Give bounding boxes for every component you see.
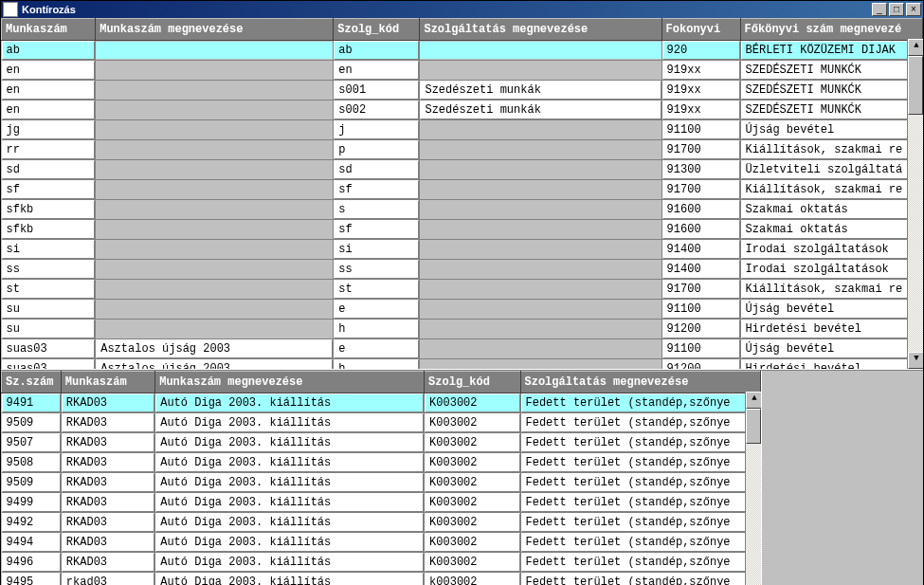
- cell[interactable]: suas03: [2, 339, 96, 358]
- cell[interactable]: [420, 141, 661, 158]
- cell[interactable]: BÉRLETI KÖZÜZEMI DIJAK: [741, 41, 922, 60]
- cell[interactable]: Kiállítások, szakmai re: [741, 180, 922, 199]
- cell[interactable]: 91100: [662, 120, 740, 139]
- cell[interactable]: sf: [2, 180, 96, 199]
- cell[interactable]: [96, 221, 333, 238]
- cell[interactable]: 919xx: [662, 81, 740, 100]
- cell[interactable]: K003002: [425, 553, 519, 572]
- cell[interactable]: 91700: [662, 140, 740, 159]
- cell[interactable]: 9509: [2, 413, 61, 432]
- close-button[interactable]: ×: [906, 3, 921, 16]
- cell[interactable]: K003002: [425, 533, 519, 552]
- top-header-0[interactable]: Munkaszám: [2, 19, 96, 41]
- cell[interactable]: [96, 82, 333, 99]
- cell[interactable]: K003002: [425, 433, 519, 452]
- cell[interactable]: ss: [334, 260, 419, 279]
- bottom-header-3[interactable]: Szolg_kód: [425, 372, 520, 393]
- cell[interactable]: sd: [2, 160, 96, 179]
- table-row[interactable]: sfkbs91600Szakmai oktatás: [2, 200, 923, 220]
- top-header-4[interactable]: Fokonyvi: [661, 19, 740, 41]
- scroll-track[interactable]: [908, 115, 923, 352]
- cell[interactable]: 91600: [662, 200, 740, 219]
- cell[interactable]: 9507: [2, 433, 61, 452]
- cell[interactable]: Szakmai oktatás: [741, 220, 922, 239]
- cell[interactable]: [96, 42, 333, 59]
- cell[interactable]: s: [334, 200, 419, 219]
- cell[interactable]: Irodai szolgáltatások: [741, 260, 922, 279]
- cell[interactable]: 9499: [2, 493, 61, 512]
- cell[interactable]: [420, 201, 661, 218]
- cell[interactable]: [420, 42, 661, 59]
- cell[interactable]: [96, 301, 333, 318]
- cell[interactable]: Fedett terület (standép,szőnye: [521, 553, 761, 572]
- table-row[interactable]: suas03Asztalos újság 2003e91100Újság bev…: [2, 339, 923, 359]
- cell[interactable]: [96, 161, 333, 178]
- table-row[interactable]: stst91700Kiállítások, szakmai re: [2, 280, 923, 300]
- cell[interactable]: [96, 121, 333, 138]
- cell[interactable]: en: [2, 81, 96, 100]
- cell[interactable]: [96, 201, 333, 218]
- cell[interactable]: Üzletviteli szolgáltatá: [741, 160, 922, 179]
- cell[interactable]: RKAD03: [62, 553, 154, 572]
- bottom-grid[interactable]: Sz.számMunkaszámMunkaszám megnevezéseSzo…: [1, 371, 761, 585]
- cell[interactable]: [420, 320, 661, 338]
- table-row[interactable]: 9495rkad03Autó Diga 2003. kiállításk0030…: [2, 573, 761, 586]
- cell[interactable]: Autó Diga 2003. kiállítás: [155, 533, 424, 552]
- cell[interactable]: sfkb: [2, 200, 96, 219]
- cell[interactable]: h: [334, 359, 419, 369]
- cell[interactable]: [420, 241, 661, 258]
- cell[interactable]: K003002: [425, 453, 519, 472]
- cell[interactable]: Autó Diga 2003. kiállítás: [155, 433, 424, 452]
- cell[interactable]: Asztalos újság 2003: [96, 359, 333, 369]
- cell[interactable]: 9508: [2, 453, 61, 472]
- cell[interactable]: 91700: [662, 180, 740, 199]
- scroll-track[interactable]: [746, 444, 761, 585]
- scroll-down-icon[interactable]: ▼: [908, 352, 923, 369]
- cell[interactable]: Kiállítások, szakmai re: [741, 280, 922, 299]
- cell[interactable]: sd: [334, 160, 419, 179]
- table-row[interactable]: sfsf91700Kiállítások, szakmai re: [2, 180, 923, 200]
- cell[interactable]: Autó Diga 2003. kiállítás: [155, 473, 424, 492]
- cell[interactable]: st: [334, 280, 419, 299]
- cell[interactable]: [96, 281, 333, 298]
- cell[interactable]: K003002: [425, 473, 519, 492]
- cell[interactable]: [96, 101, 333, 119]
- cell[interactable]: k003002: [425, 573, 519, 585]
- cell[interactable]: Kiállítások, szakmai re: [741, 140, 922, 159]
- cell[interactable]: 91400: [662, 260, 740, 279]
- cell[interactable]: sfkb: [2, 220, 96, 239]
- cell[interactable]: [96, 141, 333, 158]
- cell[interactable]: e: [334, 339, 419, 358]
- cell[interactable]: 91100: [662, 339, 740, 358]
- cell[interactable]: [420, 121, 661, 138]
- cell[interactable]: SZEDÉSZETI MUNKĆK: [741, 81, 922, 100]
- table-row[interactable]: sfkbsf91600Szakmai oktatás: [2, 220, 923, 240]
- table-row[interactable]: 9509RKAD03Autó Diga 2003. kiállításK0030…: [2, 413, 761, 433]
- cell[interactable]: Autó Diga 2003. kiállítás: [155, 453, 424, 472]
- cell[interactable]: [96, 261, 333, 278]
- cell[interactable]: Hirdetési bevétel: [741, 359, 922, 369]
- cell[interactable]: Autó Diga 2003. kiállítás: [155, 513, 424, 532]
- cell[interactable]: 919xx: [662, 101, 740, 119]
- cell[interactable]: RKAD03: [62, 413, 154, 432]
- cell[interactable]: [96, 241, 333, 258]
- cell[interactable]: [96, 62, 333, 79]
- cell[interactable]: [420, 340, 661, 357]
- cell[interactable]: 9491: [2, 393, 61, 412]
- cell[interactable]: Szedészeti munkák: [420, 101, 661, 119]
- cell[interactable]: jg: [2, 120, 96, 139]
- scroll-thumb[interactable]: [908, 56, 923, 115]
- cell[interactable]: 9495: [2, 573, 61, 585]
- table-row[interactable]: 9492RKAD03Autó Diga 2003. kiállításK0030…: [2, 513, 761, 533]
- cell[interactable]: K003002: [425, 493, 519, 512]
- cell[interactable]: ss: [2, 260, 96, 279]
- cell[interactable]: [420, 301, 661, 318]
- cell[interactable]: [420, 181, 661, 198]
- table-row[interactable]: 9496RKAD03Autó Diga 2003. kiállításK0030…: [2, 553, 761, 573]
- cell[interactable]: [420, 360, 661, 369]
- cell[interactable]: Irodai szolgáltatások: [741, 240, 922, 259]
- cell[interactable]: RKAD03: [62, 493, 154, 512]
- cell[interactable]: Fedett terület (standép,szőnye: [521, 493, 761, 512]
- table-row[interactable]: sdsd91300Üzletviteli szolgáltatá: [2, 160, 923, 180]
- cell[interactable]: Újság bevétel: [741, 300, 922, 319]
